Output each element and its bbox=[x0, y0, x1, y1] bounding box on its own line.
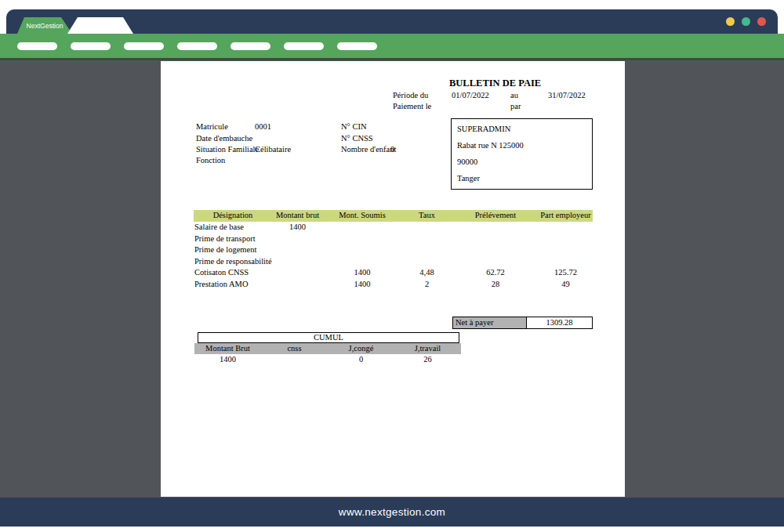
tab-blank[interactable] bbox=[67, 17, 133, 34]
column-header: Désignation bbox=[194, 210, 272, 222]
cell: 49 bbox=[539, 279, 593, 291]
cumul-column-header: Montant Brut bbox=[194, 343, 261, 354]
cell: 2 bbox=[401, 279, 452, 291]
net-pay-row: Net à payer 1309.28 bbox=[452, 317, 593, 329]
cell bbox=[272, 267, 323, 279]
cell: Prestation AMO bbox=[194, 279, 272, 291]
enfant-value: 0 bbox=[390, 144, 394, 154]
period-start-date: 01/07/2022 bbox=[452, 90, 489, 100]
column-header: Taux bbox=[401, 210, 452, 222]
tab-nextgestion[interactable]: NextGestion bbox=[17, 17, 72, 34]
employer-postal-code: 90000 bbox=[457, 157, 477, 167]
employer-city: Tanger bbox=[457, 173, 480, 183]
bookmark-pill[interactable] bbox=[284, 42, 324, 50]
bookmark-pill[interactable] bbox=[17, 42, 57, 50]
cell: 1400 bbox=[323, 267, 401, 279]
cell bbox=[272, 279, 323, 291]
employer-address: Rabat rue N 125000 bbox=[457, 140, 524, 150]
browser-titlebar: NextGestion bbox=[6, 9, 778, 34]
embauche-label: Date d'embauche bbox=[196, 133, 252, 143]
cell: Prime de responsabilité bbox=[194, 256, 272, 268]
cumul-values-row: 1400 0 26 bbox=[194, 354, 461, 365]
footer-url: www.nextgestion.com bbox=[339, 506, 445, 518]
cumul-value: 26 bbox=[394, 354, 461, 365]
cumul-value bbox=[261, 354, 328, 365]
window-controls bbox=[726, 17, 766, 26]
payment-by-label: par bbox=[510, 101, 521, 111]
column-header: Mont. Soumis bbox=[323, 210, 401, 222]
cumul-column-header: J,travail bbox=[394, 343, 461, 354]
cell: 1400 bbox=[323, 279, 401, 291]
cell bbox=[452, 222, 539, 233]
pay-items-table: Désignation Montant brut Mont. Soumis Ta… bbox=[194, 210, 593, 290]
column-header: Prélévement bbox=[452, 210, 539, 222]
column-header: Montant brut bbox=[272, 210, 323, 222]
period-end-date: 31/07/2022 bbox=[548, 90, 586, 100]
cell bbox=[272, 233, 323, 245]
table-row: Prestation AMO 1400 2 28 49 bbox=[194, 279, 593, 291]
net-pay-label: Net à payer bbox=[452, 317, 527, 329]
employer-box: SUPERADMIN Rabat rue N 125000 90000 Tang… bbox=[451, 118, 593, 190]
pay-table-header-row: Désignation Montant brut Mont. Soumis Ta… bbox=[194, 210, 593, 222]
net-pay-value: 1309.28 bbox=[527, 317, 593, 329]
cell bbox=[323, 244, 401, 256]
situation-label: Situation Familiale bbox=[196, 144, 259, 154]
cell: 28 bbox=[452, 279, 539, 291]
cumul-header-row: Montant Brut cnss J,congé J,travail bbox=[194, 343, 461, 354]
period-label: Période du bbox=[393, 90, 428, 100]
cell bbox=[272, 244, 323, 256]
cumul-value: 1400 bbox=[194, 354, 261, 365]
table-row: Prime de responsabilité bbox=[194, 256, 593, 268]
cell bbox=[401, 256, 452, 268]
cell: 4,48 bbox=[401, 267, 452, 279]
table-row: Cotisaton CNSS 1400 4,48 62.72 125.72 bbox=[194, 267, 593, 279]
enfant-label: Nombre d'enfant bbox=[341, 144, 396, 154]
payslip-title: BULLETIN DE PAIE bbox=[449, 78, 541, 89]
cell bbox=[539, 233, 593, 245]
cumul-column-header: cnss bbox=[261, 343, 328, 354]
cell: Prime de transport bbox=[194, 233, 272, 245]
tab-label: NextGestion bbox=[27, 22, 64, 30]
bookmark-pill[interactable] bbox=[124, 42, 164, 50]
footer-bar: www.nextgestion.com bbox=[0, 498, 784, 527]
cell: 62.72 bbox=[452, 267, 539, 279]
cin-label: N° CIN bbox=[341, 121, 367, 132]
bookmark-pill[interactable] bbox=[71, 42, 111, 50]
cell bbox=[323, 222, 401, 233]
cumul-column-header: J,congé bbox=[328, 343, 394, 354]
cell: Prime de logement bbox=[194, 244, 272, 256]
bookmark-pill[interactable] bbox=[337, 42, 377, 50]
bookmark-pill[interactable] bbox=[177, 42, 217, 50]
cell bbox=[323, 233, 401, 245]
payslip-page: BULLETIN DE PAIE Période du 01/07/2022 a… bbox=[161, 61, 625, 497]
cumul-title: CUMUL bbox=[198, 332, 459, 343]
cell bbox=[539, 222, 593, 233]
viewer-background: BULLETIN DE PAIE Période du 01/07/2022 a… bbox=[0, 60, 784, 498]
period-to-label: au bbox=[510, 90, 518, 100]
table-row: Prime de logement bbox=[194, 244, 593, 256]
browser-window: NextGestion BULLETIN DE PAIE Période du … bbox=[0, 0, 784, 532]
employer-name: SUPERADMIN bbox=[457, 124, 510, 134]
cell bbox=[401, 222, 452, 233]
cell bbox=[323, 256, 401, 268]
bookmark-pill[interactable] bbox=[230, 42, 270, 50]
window-close-dot[interactable] bbox=[757, 17, 766, 26]
bookmarks-toolbar bbox=[0, 34, 784, 60]
cell bbox=[401, 244, 452, 256]
matricule-value: 0001 bbox=[255, 121, 271, 132]
cell bbox=[272, 256, 323, 268]
cell: Cotisaton CNSS bbox=[194, 267, 272, 279]
cell bbox=[539, 244, 593, 256]
cell bbox=[452, 233, 539, 245]
fonction-label: Fonction bbox=[196, 155, 225, 165]
cell bbox=[452, 244, 539, 256]
cell bbox=[539, 256, 593, 268]
cumul-value: 0 bbox=[328, 354, 394, 365]
table-row: Prime de transport bbox=[194, 233, 593, 245]
situation-value: Célibataire bbox=[255, 144, 291, 154]
window-maximize-dot[interactable] bbox=[742, 17, 750, 26]
window-minimize-dot[interactable] bbox=[726, 17, 735, 26]
cell: 125.72 bbox=[539, 267, 593, 279]
table-row: Salaire de base 1400 bbox=[194, 222, 593, 233]
payment-label: Paiement le bbox=[393, 101, 431, 111]
